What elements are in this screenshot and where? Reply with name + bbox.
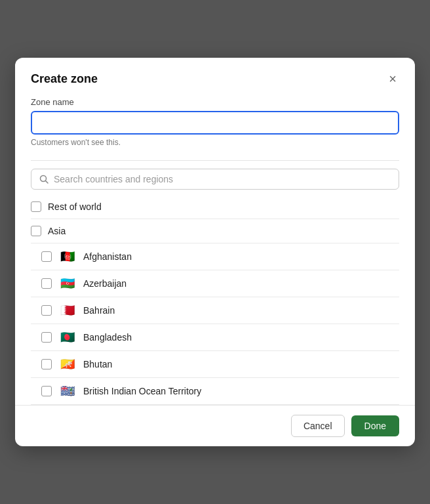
zone-name-hint: Customers won't see this. — [31, 138, 399, 147]
flag-bangladesh: 🇧🇩 — [58, 331, 77, 344]
create-zone-modal: Create zone × Zone name Customers won't … — [15, 58, 415, 446]
search-input[interactable] — [54, 174, 391, 184]
flag-british-indian-ocean-territory: 🇮🇴 — [58, 385, 77, 398]
checkbox-bahrain[interactable] — [41, 305, 52, 316]
modal-header: Create zone × — [15, 58, 415, 97]
close-button[interactable]: × — [386, 71, 399, 87]
checkbox-bangladesh[interactable] — [41, 332, 52, 343]
checkbox-afghanistan[interactable] — [41, 251, 52, 262]
flag-afghanistan: 🇦🇫 — [58, 250, 77, 263]
cancel-button[interactable]: Cancel — [291, 415, 345, 437]
svg-line-1 — [46, 181, 49, 184]
flag-azerbaijan: 🇦🇿 — [58, 277, 77, 290]
checkbox-azerbaijan[interactable] — [41, 278, 52, 289]
asia-label: Asia — [48, 226, 66, 236]
country-label-bahrain: Bahrain — [83, 305, 115, 316]
list-item: 🇧🇭 Bahrain — [31, 297, 399, 324]
country-label-azerbaijan: Azerbaijan — [83, 278, 127, 289]
modal-overlay: Create zone × Zone name Customers won't … — [0, 0, 430, 504]
checkbox-rest-of-world[interactable] — [31, 201, 41, 212]
country-label-british-indian-ocean-territory: British Indian Ocean Territory — [83, 386, 201, 396]
country-label-bangladesh: Bangladesh — [83, 332, 132, 343]
search-box[interactable] — [31, 169, 399, 190]
countries-list[interactable]: Rest of world Asia 🇦🇫 Afghanistan 🇦🇿 — [31, 195, 399, 405]
list-item: 🇦🇫 Afghanistan — [31, 243, 399, 270]
search-icon — [39, 175, 49, 184]
checkbox-british-indian-ocean-territory[interactable] — [41, 386, 52, 396]
list-item: 🇮🇴 British Indian Ocean Territory — [31, 378, 399, 405]
country-label-bhutan: Bhutan — [83, 359, 112, 369]
zone-name-label: Zone name — [31, 97, 399, 107]
flag-bahrain: 🇧🇭 — [58, 304, 77, 317]
zone-name-input[interactable] — [31, 111, 399, 135]
done-button[interactable]: Done — [351, 415, 399, 436]
rest-of-world-label: Rest of world — [48, 201, 102, 212]
region-row-rest-of-world: Rest of world — [31, 195, 399, 219]
modal-body: Zone name Customers won't see this. Rest… — [15, 97, 415, 405]
section-divider — [31, 160, 399, 161]
list-item: 🇧🇹 Bhutan — [31, 351, 399, 378]
region-row-asia: Asia — [31, 219, 399, 243]
list-item: 🇧🇩 Bangladesh — [31, 324, 399, 351]
checkbox-bhutan[interactable] — [41, 359, 52, 369]
checkbox-asia[interactable] — [31, 226, 41, 236]
flag-bhutan: 🇧🇹 — [58, 358, 77, 371]
modal-title: Create zone — [31, 72, 98, 86]
zone-name-section: Zone name Customers won't see this. — [31, 97, 399, 158]
country-label-afghanistan: Afghanistan — [83, 251, 132, 262]
list-item: 🇦🇿 Azerbaijan — [31, 270, 399, 297]
modal-footer: Cancel Done — [15, 405, 415, 446]
